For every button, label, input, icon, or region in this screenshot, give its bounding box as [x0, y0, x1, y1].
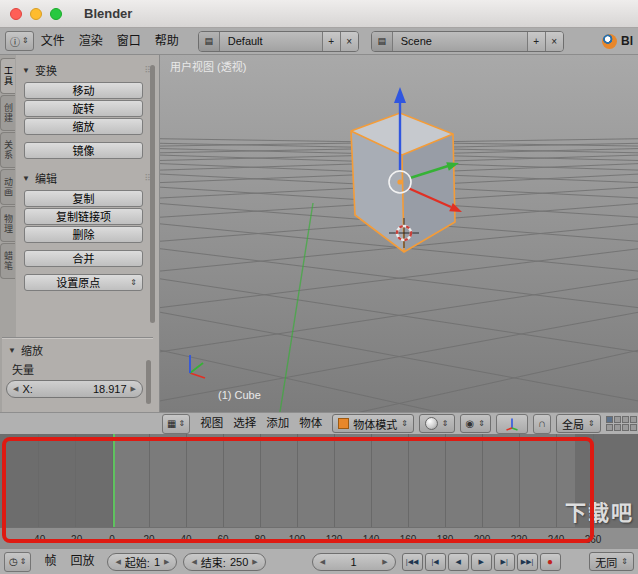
operator-redo-panel: ▼ 缩放 矢量 ◀ X: 18.917 ▶ — [2, 337, 153, 412]
tool-button[interactable]: 镜像 — [24, 142, 143, 159]
decrement-arrow-icon[interactable]: ◀ — [13, 385, 18, 393]
clock-icon: ◷ — [9, 556, 18, 567]
jump-to-start-button[interactable]: |◀◀ — [402, 553, 423, 571]
tool-button[interactable]: 合并 — [24, 250, 143, 267]
close-window-button[interactable] — [10, 8, 22, 20]
layout-browse-icon[interactable]: ▤ — [199, 32, 220, 51]
menu-select[interactable]: 选择 — [228, 413, 261, 434]
end-frame-field[interactable]: ◀ 结束: 250 ▶ — [183, 553, 265, 571]
viewport-editor-type-button[interactable]: ▦ ⇕ — [162, 414, 190, 434]
layer-toggle[interactable] — [630, 416, 637, 423]
zoom-window-button[interactable] — [50, 8, 62, 20]
layer-toggle[interactable] — [622, 416, 629, 423]
layout-name[interactable]: Default — [220, 35, 322, 47]
shelf-tab-tools[interactable]: 工具 — [0, 58, 15, 94]
layout-selector[interactable]: ▤ Default + × — [198, 31, 359, 52]
timeline-editor-type-button[interactable]: ◷ ⇕ — [4, 552, 31, 572]
start-frame-label: 起始: — [125, 554, 150, 570]
info-icon: ⓘ — [10, 34, 20, 49]
delete-scene-button[interactable]: × — [545, 32, 563, 51]
3d-viewport[interactable]: 用户视图 (透视) (1) Cube — [160, 55, 638, 412]
viewport-canvas[interactable]: 用户视图 (透视) (1) Cube — [160, 55, 638, 412]
menu-add[interactable]: 添加 — [261, 413, 294, 434]
delete-layout-button[interactable]: × — [340, 32, 358, 51]
info-editor-type-button[interactable]: ⓘ ⇕ — [5, 31, 34, 51]
increment-arrow-icon[interactable]: ▶ — [131, 385, 136, 393]
prev-keyframe-button[interactable]: |◀ — [425, 553, 446, 571]
decrement-arrow-icon[interactable]: ◀ — [320, 558, 325, 566]
play-reverse-button[interactable]: ◀ — [448, 553, 469, 571]
tool-button[interactable]: 删除 — [24, 226, 143, 243]
shelf-tab-relations[interactable]: 关系 — [0, 132, 15, 168]
jump-to-end-button[interactable]: ▶▶| — [517, 553, 538, 571]
snap-toggle-button[interactable]: ∩ — [533, 414, 551, 434]
minimize-window-button[interactable] — [30, 8, 42, 20]
menu-help[interactable]: 帮助 — [148, 29, 186, 54]
current-frame-indicator[interactable] — [113, 434, 115, 528]
viewport-header: ▦ ⇕ 视图选择添加物体 物体模式 ⇕ ⇕ ◉ ⇕ ∩ 全局 — [0, 412, 638, 434]
tool-button[interactable]: 复制 — [24, 190, 143, 207]
operator-panel-header[interactable]: ▼ 缩放 — [2, 338, 153, 360]
menu-frame[interactable]: 帧 — [37, 549, 63, 574]
next-keyframe-button[interactable]: ▶| — [494, 553, 515, 571]
x-value-slider[interactable]: ◀ X: 18.917 ▶ — [6, 380, 143, 398]
pivot-dropdown[interactable]: ◉ ⇕ — [460, 414, 491, 433]
menu-file[interactable]: 文件 — [34, 29, 72, 54]
layer-toggle[interactable] — [614, 424, 621, 431]
scene-browse-icon[interactable]: ▤ — [372, 32, 393, 51]
increment-arrow-icon[interactable]: ▶ — [252, 558, 257, 566]
timeline-editor[interactable]: -40-200204060801001201401601802002202402… — [0, 434, 638, 548]
operator-panel-scrollbar[interactable] — [146, 360, 151, 404]
menu-window[interactable]: 窗口 — [110, 29, 148, 54]
shelf-tab-animation[interactable]: 动画 — [0, 169, 15, 205]
tool-button[interactable]: 缩放 — [24, 118, 143, 135]
timeline-ruler[interactable]: -40-200204060801001201401601802002202402… — [0, 527, 638, 548]
tool-shelf-scrollbar[interactable] — [150, 65, 155, 323]
scene-name[interactable]: Scene — [393, 35, 527, 47]
timeline-tick-label: 240 — [548, 534, 565, 545]
dropdown-arrows-icon: ⇕ — [621, 558, 628, 566]
decrement-arrow-icon[interactable]: ◀ — [115, 558, 120, 566]
layer-toggle[interactable] — [630, 424, 637, 431]
tool-dropdown-label: 设置原点 — [30, 275, 126, 291]
add-layout-button[interactable]: + — [322, 32, 340, 51]
current-frame-field[interactable]: ◀ 1 ▶ — [312, 553, 396, 571]
start-frame-field[interactable]: ◀ 起始: 1 ▶ — [107, 553, 177, 571]
timeline-gridline — [260, 434, 261, 528]
shelf-tab-grease-pencil[interactable]: 蜡笔 — [0, 243, 15, 279]
tool-button[interactable]: 旋转 — [24, 100, 143, 117]
tool-button[interactable]: 复制链接项 — [24, 208, 143, 225]
timeline-tick-label: 60 — [217, 534, 228, 545]
shelf-tab-physics[interactable]: 物理 — [0, 206, 15, 242]
layer-toggle[interactable] — [606, 424, 613, 431]
shading-dropdown[interactable]: ⇕ — [419, 414, 455, 433]
cube-icon — [338, 418, 349, 429]
shelf-tab-create[interactable]: 创建 — [0, 95, 15, 131]
layer-toggle[interactable] — [622, 424, 629, 431]
layer-toggle[interactable] — [614, 416, 621, 423]
timeline-tick-label: 140 — [363, 534, 380, 545]
record-button[interactable]: ● — [540, 553, 561, 571]
timeline-gridline — [371, 434, 372, 528]
panel-header-edit[interactable]: ▼编辑⠿ — [16, 166, 159, 188]
panel-header-transform[interactable]: ▼变换⠿ — [16, 58, 159, 80]
timeline-tick-label: 80 — [254, 534, 265, 545]
menu-object[interactable]: 物体 — [294, 413, 327, 434]
increment-arrow-icon[interactable]: ▶ — [382, 558, 387, 566]
scene-selector[interactable]: ▤ Scene + × — [371, 31, 564, 52]
manipulator-toggle-button[interactable] — [496, 414, 528, 434]
tool-button[interactable]: 移动 — [24, 82, 143, 99]
tool-dropdown-button[interactable]: 设置原点⇕ — [24, 274, 143, 291]
increment-arrow-icon[interactable]: ▶ — [164, 558, 169, 566]
sync-mode-dropdown[interactable]: 无同 ⇕ — [589, 552, 634, 571]
menu-render[interactable]: 渲染 — [72, 29, 110, 54]
orientation-dropdown[interactable]: 全局 ⇕ — [556, 414, 601, 433]
mode-dropdown[interactable]: 物体模式 ⇕ — [332, 414, 414, 433]
add-scene-button[interactable]: + — [527, 32, 545, 51]
playback-controls: |◀◀|◀◀▶▶|▶▶|● — [402, 553, 561, 571]
menu-view[interactable]: 视图 — [195, 413, 228, 434]
menu-playback[interactable]: 回放 — [63, 549, 101, 574]
play-button[interactable]: ▶ — [471, 553, 492, 571]
decrement-arrow-icon[interactable]: ◀ — [191, 558, 196, 566]
layer-toggle[interactable] — [606, 416, 613, 423]
